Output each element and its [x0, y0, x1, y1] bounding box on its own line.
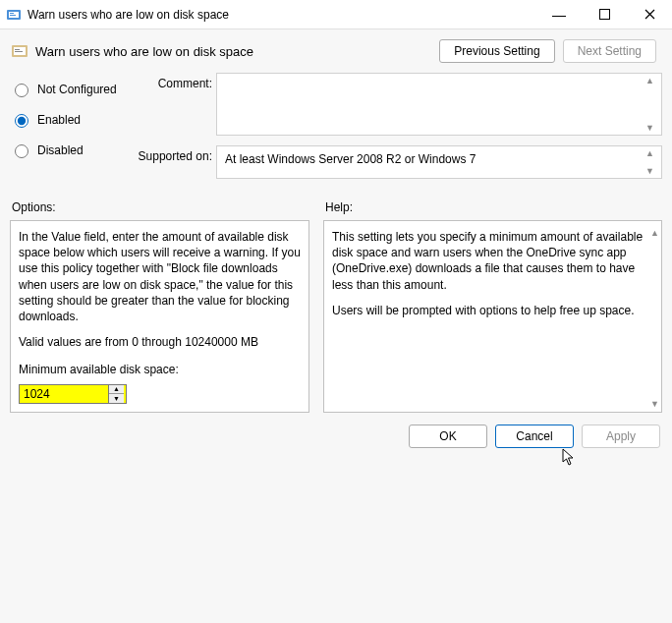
chevron-up-icon[interactable]: ▲	[645, 76, 659, 85]
svg-rect-8	[15, 51, 23, 52]
close-button[interactable]	[627, 0, 672, 29]
spinner-down-button[interactable]: ▼	[109, 394, 124, 403]
apply-button: Apply	[582, 425, 660, 448]
options-text-2: Valid values are from 0 through 10240000…	[19, 334, 301, 350]
comment-label: Comment:	[138, 73, 216, 90]
svg-rect-2	[10, 13, 14, 14]
svg-rect-7	[15, 49, 20, 50]
comment-field[interactable]: ▲▼	[216, 73, 662, 136]
radio-disabled-label: Disabled	[37, 143, 84, 157]
help-text-2: Users will be prompted with options to h…	[332, 303, 653, 318]
help-panel: This setting lets you specify a minimum …	[323, 220, 662, 413]
chevron-up-icon[interactable]: ▲	[645, 148, 659, 158]
previous-setting-button[interactable]: Previous Setting	[439, 39, 554, 63]
options-panel: In the Value field, enter the amount of …	[10, 220, 309, 413]
spinner-up-button[interactable]: ▲	[109, 385, 124, 395]
min-disk-space-input[interactable]	[20, 385, 108, 403]
options-text-1: In the Value field, enter the amount of …	[19, 229, 301, 324]
header-title: Warn users who are low on disk space	[35, 44, 439, 59]
svg-rect-4	[599, 10, 609, 20]
next-setting-button: Next Setting	[563, 39, 656, 63]
radio-enabled-label: Enabled	[37, 113, 81, 127]
chevron-up-icon[interactable]: ▲	[650, 228, 664, 238]
radio-enabled-input[interactable]	[15, 114, 28, 128]
header: Warn users who are low on disk space Pre…	[0, 29, 672, 69]
titlebar: Warn users who are low on disk space —	[0, 0, 672, 29]
state-radios: Not Configured Enabled Disabled	[10, 73, 118, 189]
radio-not-configured-label: Not Configured	[37, 83, 117, 96]
chevron-down-icon[interactable]: ▼	[645, 123, 659, 133]
help-label: Help:	[325, 200, 662, 214]
help-text-1: This setting lets you specify a minimum …	[332, 229, 653, 293]
radio-enabled[interactable]: Enabled	[10, 111, 118, 128]
footer: OK Cancel Apply	[0, 417, 672, 458]
radio-disabled-input[interactable]	[15, 144, 28, 158]
options-label: Options:	[12, 200, 309, 214]
window-title: Warn users who are low on disk space	[28, 8, 536, 22]
min-disk-space-label: Minimum available disk space:	[19, 362, 301, 377]
svg-rect-3	[10, 15, 16, 16]
policy-icon	[10, 41, 29, 61]
app-icon	[6, 7, 22, 23]
radio-not-configured[interactable]: Not Configured	[10, 81, 118, 97]
supported-on-value: At least Windows Server 2008 R2 or Windo…	[225, 152, 476, 166]
supported-scroll[interactable]: ▲▼	[645, 148, 659, 176]
comment-scroll[interactable]: ▲▼	[645, 76, 659, 133]
help-scroll[interactable]: ▲▼	[650, 224, 664, 413]
supported-on-field: At least Windows Server 2008 R2 or Windo…	[216, 145, 662, 179]
supported-on-label: Supported on:	[138, 145, 216, 163]
ok-button[interactable]: OK	[409, 425, 487, 448]
radio-disabled[interactable]: Disabled	[10, 142, 118, 158]
cancel-button[interactable]: Cancel	[495, 425, 574, 448]
chevron-down-icon[interactable]: ▼	[650, 399, 664, 409]
minimize-button[interactable]: —	[536, 0, 582, 29]
min-disk-space-spinner[interactable]: ▲ ▼	[19, 384, 127, 404]
radio-not-configured-input[interactable]	[15, 84, 28, 97]
chevron-down-icon[interactable]: ▼	[645, 166, 659, 176]
maximize-button[interactable]	[582, 0, 627, 29]
